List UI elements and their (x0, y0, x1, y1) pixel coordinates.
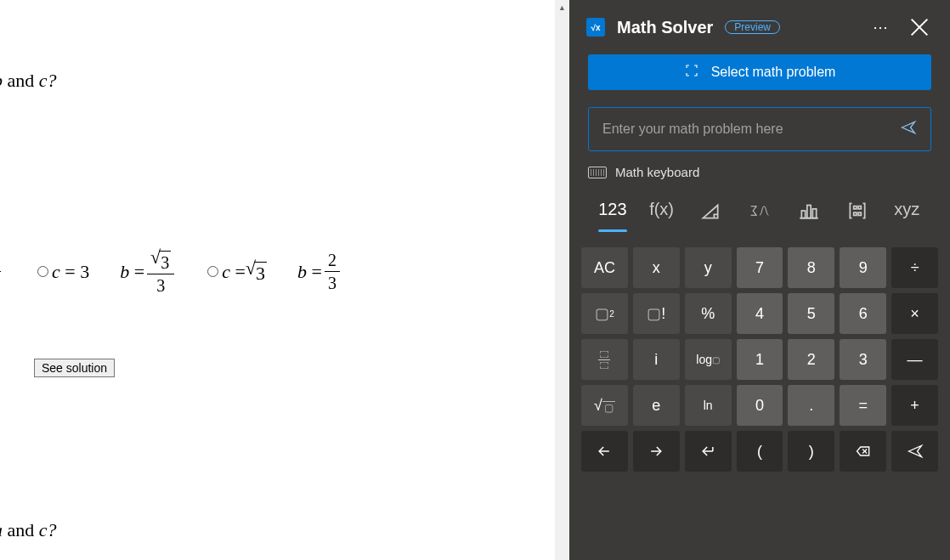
send-icon (907, 443, 924, 460)
fraction-fragment: 3 3 (0, 249, 3, 294)
preview-badge: Preview (725, 20, 780, 34)
keyboard-tabs: 123 f(x) xyz (569, 195, 950, 232)
key-dot[interactable]: . (788, 385, 834, 426)
svg-rect-8 (854, 212, 857, 215)
math-solver-panel: √x Math Solver Preview ⋯ Select math pro… (569, 0, 950, 560)
submit-icon[interactable] (900, 119, 917, 139)
tab-triangle[interactable] (686, 195, 735, 232)
enter-icon (699, 443, 716, 460)
tab-matrix[interactable] (834, 195, 883, 232)
key-square[interactable]: ▢2 (581, 293, 628, 334)
question-2-fragment: a and c? (0, 519, 57, 541)
panel-title: Math Solver (617, 18, 713, 37)
bar-chart-icon (798, 200, 820, 222)
radio-icon[interactable] (37, 266, 48, 277)
svg-rect-6 (854, 206, 857, 209)
arrow-right-icon (647, 443, 664, 460)
crop-icon (684, 63, 699, 82)
key-divide[interactable]: ÷ (891, 247, 938, 288)
key-plus[interactable]: + (891, 385, 938, 426)
key-2[interactable]: 2 (788, 339, 834, 380)
key-minus[interactable]: — (891, 339, 938, 380)
key-lparen[interactable]: ( (737, 431, 783, 472)
key-8[interactable]: 8 (788, 247, 834, 288)
answer-options-row: 3 3 c = 3 b = 3 3 c = 3 (0, 246, 342, 297)
tab-sigma[interactable] (735, 195, 784, 232)
scroll-up-arrow[interactable]: ▲ (555, 0, 569, 14)
keyboard-icon (588, 167, 607, 178)
option-c-equals-3[interactable]: c = 3 (37, 261, 89, 283)
key-3[interactable]: 3 (840, 339, 886, 380)
tab-xyz[interactable]: xyz (882, 195, 931, 232)
option-c-equals-sqrt3[interactable]: c = 3 (207, 259, 267, 285)
panel-header: √x Math Solver Preview ⋯ (569, 0, 950, 54)
tab-fx[interactable]: f(x) (637, 195, 687, 232)
key-percent[interactable]: % (685, 293, 732, 334)
radio-icon[interactable] (207, 266, 218, 277)
key-ln[interactable]: ln (685, 385, 732, 426)
see-solution-button[interactable]: See solution (34, 359, 115, 377)
key-7[interactable]: 7 (737, 247, 783, 288)
key-multiply[interactable]: × (891, 293, 938, 334)
svg-rect-7 (859, 206, 862, 209)
key-submit[interactable] (891, 431, 938, 472)
vertical-scrollbar[interactable]: ▲ (555, 0, 569, 560)
key-arrow-left[interactable] (581, 431, 628, 472)
tab-stats[interactable] (784, 195, 834, 232)
svg-rect-3 (807, 206, 811, 218)
arrow-left-icon (596, 443, 613, 460)
option-b-2-over-3: b = 2 3 (297, 249, 342, 294)
key-factorial[interactable]: ▢! (633, 293, 680, 334)
key-x[interactable]: x (633, 247, 680, 288)
key-ac[interactable]: AC (581, 247, 628, 288)
key-rparen[interactable]: ) (788, 431, 834, 472)
key-arrow-right[interactable] (633, 431, 680, 472)
key-log[interactable]: log▢ (685, 339, 732, 380)
svg-rect-9 (859, 212, 862, 215)
svg-rect-4 (812, 209, 816, 218)
document-area: b and c? 3 3 c = 3 b = 3 3 (0, 0, 569, 560)
key-6[interactable]: 6 (840, 293, 886, 334)
matrix-icon (846, 200, 868, 222)
math-keyboard-toggle[interactable]: Math keyboard (588, 165, 931, 179)
key-i[interactable]: i (633, 339, 680, 380)
sigma-integral-icon (749, 200, 771, 222)
key-sqrt[interactable]: √▢ (581, 385, 628, 426)
more-options-button[interactable]: ⋯ (867, 14, 894, 41)
math-input-row (588, 107, 931, 151)
math-solver-icon: √x (586, 18, 605, 37)
option-b-sqrt3-over-3: b = 3 3 (120, 246, 177, 297)
math-input[interactable] (602, 122, 891, 137)
backspace-icon (855, 443, 872, 460)
key-y[interactable]: y (685, 247, 732, 288)
close-icon (906, 14, 933, 41)
key-9[interactable]: 9 (840, 247, 886, 288)
key-0[interactable]: 0 (737, 385, 783, 426)
select-math-problem-button[interactable]: Select math problem (588, 54, 931, 90)
question-1-fragment: b and c? (0, 70, 57, 92)
key-backspace[interactable] (840, 431, 886, 472)
key-1[interactable]: 1 (737, 339, 783, 380)
triangle-icon (699, 200, 721, 222)
svg-rect-2 (801, 211, 805, 218)
close-button[interactable] (906, 14, 933, 41)
tab-123[interactable]: 123 (588, 195, 637, 232)
key-e[interactable]: e (633, 385, 680, 426)
key-fraction[interactable] (581, 339, 628, 380)
key-enter[interactable] (685, 431, 732, 472)
keypad: AC x y 7 8 9 ÷ ▢2 ▢! % 4 5 6 × i log▢ 1 … (569, 247, 950, 472)
key-equals[interactable]: = (840, 385, 886, 426)
key-4[interactable]: 4 (737, 293, 783, 334)
key-5[interactable]: 5 (788, 293, 834, 334)
